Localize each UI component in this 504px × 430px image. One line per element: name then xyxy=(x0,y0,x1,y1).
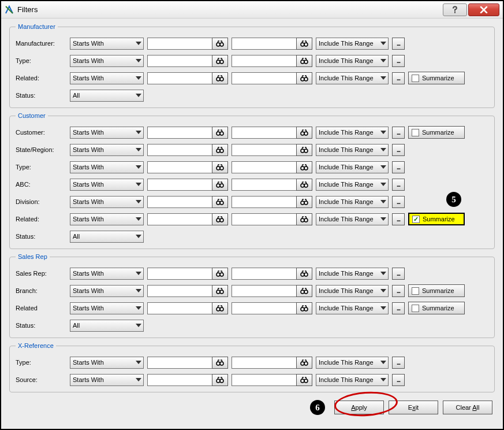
combo-include-range[interactable]: Include This Range xyxy=(316,38,389,50)
lookup-button[interactable] xyxy=(296,285,312,297)
combo-starts-with[interactable]: Starts With xyxy=(70,268,144,280)
lookup-button[interactable] xyxy=(212,179,228,191)
combo-starts-with[interactable]: Starts With xyxy=(70,144,144,156)
more-button[interactable]: ... xyxy=(392,196,405,208)
combo-starts-with[interactable]: Starts With xyxy=(70,213,144,225)
input-from[interactable] xyxy=(147,144,212,156)
combo-starts-with[interactable]: Starts With xyxy=(70,72,144,84)
lookup-button[interactable] xyxy=(212,55,228,67)
lookup-button[interactable] xyxy=(212,285,228,297)
combo-starts-with[interactable]: Starts With xyxy=(70,179,144,191)
lookup-button[interactable] xyxy=(296,213,312,225)
combo-include-range[interactable]: Include This Range xyxy=(316,161,389,173)
lookup-button[interactable] xyxy=(296,55,312,67)
input-from[interactable] xyxy=(147,55,212,67)
lookup-button[interactable] xyxy=(212,268,228,280)
summarize-button[interactable]: Summarize xyxy=(408,302,465,314)
input-from[interactable] xyxy=(147,161,212,173)
combo-include-range[interactable]: Include This Range xyxy=(316,127,389,139)
input-to[interactable] xyxy=(232,213,296,225)
combo-include-range[interactable]: Include This Range xyxy=(316,268,389,280)
lookup-button[interactable] xyxy=(212,127,228,139)
combo-include-range[interactable]: Include This Range xyxy=(316,179,389,191)
input-to[interactable] xyxy=(232,127,296,139)
input-to[interactable] xyxy=(232,38,296,50)
more-button[interactable]: ... xyxy=(392,179,405,191)
lookup-button[interactable] xyxy=(296,161,312,173)
summarize-button[interactable]: Summarize xyxy=(408,284,465,297)
exit-button[interactable]: Exit xyxy=(389,401,438,414)
more-button[interactable]: ... xyxy=(392,213,405,225)
input-to[interactable] xyxy=(232,302,296,314)
combo-starts-with[interactable]: Starts With xyxy=(70,161,144,173)
input-to[interactable] xyxy=(232,161,296,173)
combo-starts-with[interactable]: Starts With xyxy=(70,38,144,50)
lookup-button[interactable] xyxy=(296,302,312,314)
more-button[interactable]: ... xyxy=(392,72,405,84)
input-from[interactable] xyxy=(147,196,212,208)
summarize-button[interactable]: Summarize xyxy=(408,126,465,139)
more-button[interactable]: ... xyxy=(392,374,405,386)
lookup-button[interactable] xyxy=(296,268,312,280)
more-button[interactable]: ... xyxy=(392,302,405,314)
combo-include-range[interactable]: Include This Range xyxy=(316,144,389,156)
input-from[interactable] xyxy=(147,127,212,139)
lookup-button[interactable] xyxy=(212,196,228,208)
input-from[interactable] xyxy=(147,72,212,84)
more-button[interactable]: ... xyxy=(392,55,405,67)
lookup-button[interactable] xyxy=(296,179,312,191)
input-from[interactable] xyxy=(147,357,212,369)
more-button[interactable]: ... xyxy=(392,161,405,173)
input-to[interactable] xyxy=(232,196,296,208)
more-button[interactable]: ... xyxy=(392,144,405,156)
close-button[interactable] xyxy=(468,3,499,16)
input-to[interactable] xyxy=(232,144,296,156)
more-button[interactable]: ... xyxy=(392,285,405,297)
lookup-button[interactable] xyxy=(212,374,228,386)
combo-include-range[interactable]: Include This Range xyxy=(316,213,389,225)
lookup-button[interactable] xyxy=(296,374,312,386)
input-to[interactable] xyxy=(232,72,296,84)
combo-include-range[interactable]: Include This Range xyxy=(316,357,389,369)
input-to[interactable] xyxy=(232,268,296,280)
input-from[interactable] xyxy=(147,374,212,386)
lookup-button[interactable] xyxy=(212,38,228,50)
lookup-button[interactable] xyxy=(212,357,228,369)
lookup-button[interactable] xyxy=(212,72,228,84)
combo-include-range[interactable]: Include This Range xyxy=(316,72,389,84)
help-button[interactable] xyxy=(443,3,467,16)
apply-button[interactable]: Apply xyxy=(334,401,384,414)
combo-status[interactable]: All xyxy=(70,90,144,102)
combo-include-range[interactable]: Include This Range xyxy=(316,55,389,67)
summarize-button-highlighted[interactable]: Summarize xyxy=(408,213,465,225)
input-to[interactable] xyxy=(232,179,296,191)
input-from[interactable] xyxy=(147,268,212,280)
summarize-button[interactable]: Summarize xyxy=(408,72,465,84)
input-to[interactable] xyxy=(232,55,296,67)
combo-starts-with[interactable]: Starts With xyxy=(70,357,144,369)
more-button[interactable]: ... xyxy=(392,38,405,50)
input-to[interactable] xyxy=(232,357,296,369)
combo-include-range[interactable]: Include This Range xyxy=(316,285,389,297)
lookup-button[interactable] xyxy=(296,38,312,50)
combo-status[interactable]: All xyxy=(70,231,144,243)
combo-status[interactable]: All xyxy=(70,320,144,332)
input-from[interactable] xyxy=(147,213,212,225)
lookup-button[interactable] xyxy=(296,196,312,208)
combo-starts-with[interactable]: Starts With xyxy=(70,55,144,67)
lookup-button[interactable] xyxy=(296,357,312,369)
lookup-button[interactable] xyxy=(212,161,228,173)
input-from[interactable] xyxy=(147,302,212,314)
combo-starts-with[interactable]: Starts With xyxy=(70,374,144,386)
lookup-button[interactable] xyxy=(296,127,312,139)
input-from[interactable] xyxy=(147,38,212,50)
combo-starts-with[interactable]: Starts With xyxy=(70,285,144,297)
more-button[interactable]: ... xyxy=(392,127,405,139)
lookup-button[interactable] xyxy=(212,144,228,156)
input-from[interactable] xyxy=(147,179,212,191)
combo-include-range[interactable]: Include This Range xyxy=(316,302,389,314)
input-from[interactable] xyxy=(147,285,212,297)
lookup-button[interactable] xyxy=(296,144,312,156)
lookup-button[interactable] xyxy=(296,72,312,84)
combo-starts-with[interactable]: Starts With xyxy=(70,127,144,139)
